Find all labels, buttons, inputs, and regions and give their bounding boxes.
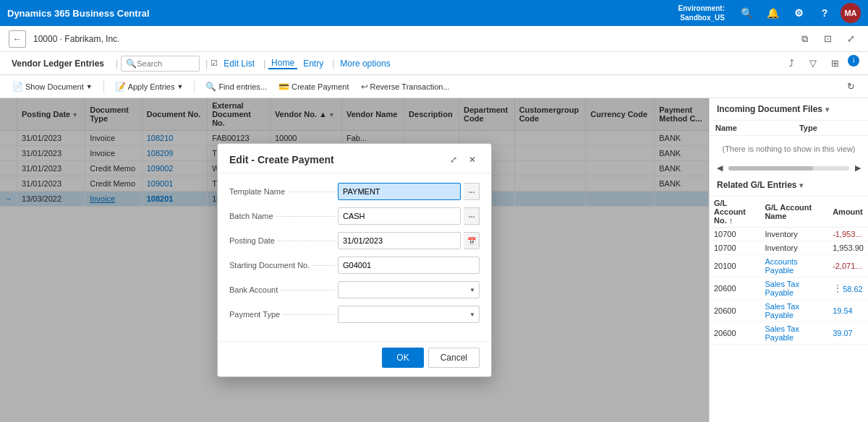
search-icon[interactable]: 🔍 [736, 3, 757, 23]
ok-button[interactable]: OK [382, 348, 423, 368]
reverse-transaction-label: Reverse Transaction... [370, 82, 450, 91]
cell-gl-account-no: 20600 [710, 277, 760, 300]
gl-table-row[interactable]: 20600 Sales Tax Payable ⋮58.62 [710, 277, 868, 300]
bank-account-select-wrap [338, 281, 480, 298]
payment-type-select[interactable] [338, 306, 480, 323]
label-bank-account: Bank Account [229, 285, 338, 294]
show-document-dropdown-icon[interactable]: ▼ [86, 83, 93, 90]
form-row-payment-type: Payment Type [229, 305, 480, 324]
gl-table-row[interactable]: 20600 Sales Tax Payable 19.54 [710, 300, 868, 322]
env-name: Sandbox_US [678, 13, 725, 22]
col-gl-amount: Amount [828, 197, 868, 228]
main-layout: Posting Date▼ DocumentType Document No. … [0, 98, 868, 422]
create-payment-button[interactable]: 💳 Create Payment [275, 80, 352, 93]
incoming-files-table: Name Type [710, 121, 868, 136]
search-input[interactable] [137, 59, 195, 68]
form-row-posting-date: Posting Date 📅 [229, 231, 480, 250]
date-picker-btn[interactable]: 📅 [464, 232, 480, 249]
starting-doc-input[interactable] [338, 257, 480, 274]
posting-date-input[interactable] [338, 232, 461, 249]
cell-gl-account-no: 10700 [710, 241, 760, 255]
cell-gl-account-name[interactable]: Accounts Payable [760, 255, 828, 277]
template-name-btn[interactable]: ··· [464, 183, 480, 200]
scroll-right-icon[interactable]: ▶ [852, 163, 864, 173]
apply-icon: 📝 [115, 82, 126, 92]
open-new-icon[interactable]: ⧉ [796, 30, 813, 48]
batch-name-btn[interactable]: ··· [464, 207, 480, 225]
apply-entries-button[interactable]: 📝 Apply Entries ▼ [111, 80, 187, 93]
incoming-files-header[interactable]: Incoming Document Files ▾ [710, 98, 868, 121]
find-icon: 🔍 [205, 82, 216, 92]
info-icon[interactable]: i [848, 55, 859, 66]
breadcrumb: Vendor Ledger Entries [9, 59, 107, 69]
col-gl-account-name: G/L Account Name [760, 197, 828, 228]
search-icon: 🔍 [126, 59, 137, 69]
gl-entries-header[interactable]: Related G/L Entries ▾ [710, 174, 868, 197]
cell-gl-account-name[interactable]: Sales Tax Payable [760, 322, 828, 345]
cell-gl-account-name[interactable]: Sales Tax Payable [760, 300, 828, 322]
refresh-icon[interactable]: ↻ [842, 78, 859, 95]
second-bar: ← 10000 · Fabrikam, Inc. ⧉ ⊡ ⤢ [0, 26, 868, 52]
notification-icon[interactable]: 🔔 [762, 3, 783, 23]
input-wrap-template-name: ··· [338, 183, 480, 200]
form-row-starting-doc: Starting Document No. [229, 256, 480, 275]
avatar[interactable]: MA [841, 3, 861, 23]
dialog-footer: OK Cancel [218, 341, 491, 376]
incoming-files-expand-icon: ▾ [825, 106, 829, 113]
cell-gl-amount: 1,953.90 [828, 241, 868, 255]
tab-home[interactable]: Home [268, 58, 297, 69]
gl-table-row[interactable]: 20100 Accounts Payable -2,071... [710, 255, 868, 277]
incoming-files-header-row: Name Type [710, 121, 868, 136]
gl-table-row[interactable]: 10700 Inventory 1,953.90 [710, 241, 868, 255]
top-nav-icons: Environment: Sandbox_US 🔍 🔔 ⚙ ? MA [678, 3, 861, 23]
top-nav: Dynamics 365 Business Central Environmen… [0, 0, 868, 26]
show-document-button[interactable]: 📄 Show Document ▼ [9, 80, 96, 93]
filter-icon[interactable]: ▽ [804, 55, 822, 72]
cancel-button[interactable]: Cancel [428, 348, 480, 368]
gl-table-row[interactable]: 20600 Sales Tax Payable 39.07 [710, 322, 868, 345]
three-dot-menu[interactable]: ⋮ [833, 283, 843, 294]
gl-table-row[interactable]: 10700 Inventory -1,953... [710, 228, 868, 241]
label-posting-date: Posting Date [229, 236, 338, 245]
create-payment-label: Create Payment [292, 82, 349, 91]
dialog-close-icon[interactable]: ✕ [465, 152, 480, 167]
batch-name-input[interactable] [338, 207, 461, 225]
payment-icon: 💳 [278, 82, 289, 92]
maximize-icon[interactable]: ⊡ [819, 30, 836, 48]
form-row-template-name: Template Name ··· [229, 182, 480, 201]
template-name-input[interactable] [338, 183, 461, 200]
cell-gl-account-name[interactable]: Sales Tax Payable [760, 277, 828, 300]
create-payment-dialog: Edit - Create Payment ⤢ ✕ Template Name [217, 143, 492, 377]
incoming-files-empty: (There is nothing to show in this view) [710, 136, 868, 162]
tab-edit-list[interactable]: Edit List [221, 59, 258, 69]
label-template-name: Template Name [229, 187, 338, 196]
col-type: Type [793, 121, 868, 136]
reverse-transaction-button[interactable]: ↩ Reverse Transaction... [357, 80, 454, 93]
fullscreen-icon[interactable]: ⤢ [842, 30, 859, 48]
cell-gl-account-no: 10700 [710, 228, 760, 241]
cell-gl-account-name: Inventory [760, 241, 828, 255]
more-options-link[interactable]: More options [340, 59, 390, 69]
input-wrap-batch-name: ··· [338, 207, 480, 225]
bank-account-select[interactable] [338, 281, 480, 298]
col-gl-account-no[interactable]: G/L AccountNo. ↑ [710, 197, 760, 228]
settings-icon[interactable]: ⚙ [788, 3, 809, 23]
second-bar-right: ⧉ ⊡ ⤢ [796, 30, 859, 48]
separator [103, 80, 104, 93]
find-entries-button[interactable]: 🔍 Find entries... [202, 80, 271, 93]
apply-entries-dropdown-icon[interactable]: ▼ [176, 83, 183, 90]
edit-list-icon: ☑ [210, 59, 218, 68]
tab-entry[interactable]: Entry [300, 59, 326, 69]
columns-icon[interactable]: ⊞ [826, 55, 843, 72]
scroll-nav: ◀ ▶ [710, 162, 868, 174]
scroll-left-icon[interactable]: ◀ [714, 163, 726, 173]
back-button[interactable]: ← [9, 30, 26, 48]
search-bar-wrap[interactable]: 🔍 [121, 56, 200, 72]
share-icon[interactable]: ⤴ [783, 55, 800, 72]
tab-bar-right: ⤴ ▽ ⊞ i [783, 55, 859, 72]
form-row-batch-name: Batch Name ··· [229, 207, 480, 225]
dialog-expand-icon[interactable]: ⤢ [446, 152, 461, 167]
help-icon[interactable]: ? [814, 3, 835, 23]
right-panel: Incoming Document Files ▾ Name Type (The… [709, 98, 868, 422]
scrollbar-track[interactable] [728, 166, 849, 171]
